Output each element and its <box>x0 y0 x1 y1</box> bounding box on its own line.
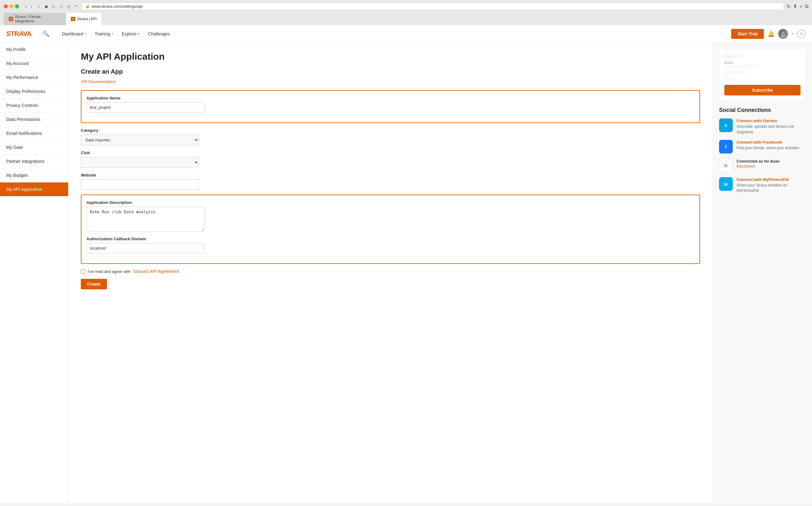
browser-icons: ☆ ◼ ▷ ⬡ ◎ 〜 <box>36 4 79 9</box>
club-label: Club <box>81 151 700 155</box>
api-doc-link[interactable]: API Documentation <box>81 79 116 84</box>
extension-icon-5: 〜 <box>73 4 79 9</box>
browser-actions: ↻ ⬆ + ⧉ <box>787 3 808 9</box>
auth-callback-input[interactable] <box>86 243 205 253</box>
search-button[interactable]: 🔍 <box>42 29 51 38</box>
website-input[interactable] <box>81 179 199 190</box>
account-name-value: •••••••••••• <box>724 71 801 75</box>
social-item-facebook: f Connect with Facebook Find your friend… <box>719 140 806 154</box>
account-title: My••••••••• <box>724 54 801 59</box>
refresh-button[interactable]: ↻ <box>787 3 791 9</box>
extension-icon-3: ⬡ <box>59 4 64 9</box>
add-button[interactable]: + <box>797 29 806 38</box>
windows-button[interactable]: ⧉ <box>805 4 808 9</box>
account-card: My••••••••• Email •••••••••••••••••• •••… <box>719 49 806 101</box>
nav-right: Start Trial 🔔 ▾ + <box>731 29 806 39</box>
api-agreement-link[interactable]: Strava's API Agreement <box>133 269 179 274</box>
maximize-dot[interactable] <box>15 4 19 8</box>
sidebar-item-my-gear[interactable]: My Gear <box>0 141 68 155</box>
extension-icon-4: ◎ <box>66 4 72 9</box>
sidebar-item-data-permissions[interactable]: Data Permissions <box>0 112 68 126</box>
svg-point-0 <box>782 32 784 34</box>
chevron-down-icon: ▾ <box>138 32 139 35</box>
strava-favicon-1: S <box>9 17 13 21</box>
club-group: Club <box>81 151 700 168</box>
app-description-label: Application Description <box>86 200 695 205</box>
nav-explore-label: Explore <box>122 31 137 36</box>
google-disconnect-link[interactable]: Disconnect <box>736 164 806 168</box>
google-info: Connected as fei duan Disconnect <box>736 159 806 168</box>
auth-callback-group: Authorization Callback Domain <box>86 237 695 253</box>
category-select[interactable]: Data Importer Coaching Race Organization… <box>81 135 199 146</box>
start-trial-button[interactable]: Start Trial <box>731 29 764 39</box>
facebook-icon: f <box>719 140 733 154</box>
section-title: Create an App <box>81 68 700 75</box>
social-item-google: G Connected as fei duan Disconnect <box>719 159 806 172</box>
facebook-info: Connect with Facebook Find your friends,… <box>736 140 806 151</box>
extension-icon-1: ◼ <box>44 4 49 9</box>
bookmark-icon: ☆ <box>36 4 42 9</box>
subscribe-button[interactable]: Subscribe <box>724 85 801 95</box>
avatar-chevron-icon: ▾ <box>792 32 793 35</box>
svg-text:G: G <box>724 123 727 128</box>
sidebar-item-my-performance[interactable]: My Performance <box>0 71 68 85</box>
app: STRAVA 🔍 Dashboard ▾ Training ▾ Explore … <box>0 25 812 503</box>
account-name-field: •••••••••••• <box>724 71 801 75</box>
social-item-garmin: G Connect with Garmin Automatic uploads … <box>719 118 806 135</box>
garmin-connect-link[interactable]: Connect with Garmin <box>736 118 806 123</box>
app-name-label: Application Name <box>86 96 695 100</box>
sidebar-item-my-profile[interactable]: My Profile <box>0 43 68 57</box>
avatar[interactable] <box>778 29 788 39</box>
sidebar-item-my-badges[interactable]: My Badges <box>0 168 68 182</box>
account-tier-field: Fre•• <box>724 77 801 81</box>
minimize-dot[interactable] <box>9 4 13 8</box>
share-button[interactable]: ⬆ <box>793 3 797 9</box>
address-bar[interactable]: 🔒 www.strava.com/settings/api <box>81 2 784 10</box>
create-button[interactable]: Create <box>81 279 107 289</box>
sidebar-item-display-preferences[interactable]: Display Preferences <box>0 85 68 98</box>
myfitnesspal-connect-link[interactable]: Connect with MyFitnessPal <box>736 177 806 182</box>
strava-logo: STRAVA <box>6 30 31 38</box>
close-dot[interactable] <box>4 4 8 8</box>
browser-toolbar: ‹ › ☆ ◼ ▷ ⬡ ◎ 〜 🔒 www.strava.com/setting… <box>4 2 808 10</box>
account-email-field: Email •••••••••••••••••• <box>724 61 801 69</box>
sidebar-item-privacy-controls[interactable]: Privacy Controls <box>0 98 68 112</box>
nav-explore[interactable]: Explore ▾ <box>118 29 143 39</box>
browser-tabs: S Strava | Partner Integrations S Strava… <box>4 13 808 25</box>
nav-items: Dashboard ▾ Training ▾ Explore ▾ Challen… <box>58 29 724 39</box>
forward-button[interactable]: › <box>29 3 33 10</box>
nav-dashboard[interactable]: Dashboard ▾ <box>58 29 90 39</box>
browser-tab-2[interactable]: S Strava | API <box>66 13 102 25</box>
auth-callback-label: Authorization Callback Domain <box>86 237 695 241</box>
garmin-icon: G <box>719 118 733 132</box>
sidebar-item-my-account[interactable]: My Account <box>0 57 68 71</box>
garmin-desc: Automatic uploads and Strava Live Segmen… <box>736 124 794 134</box>
myfitnesspal-desc: Share your Strava activities on MyFitnes… <box>736 183 787 193</box>
back-button[interactable]: ‹ <box>24 3 28 10</box>
nav-challenges-label: Challenges <box>148 31 170 36</box>
svg-text:f: f <box>725 144 727 150</box>
sidebar-item-my-api-application[interactable]: My API Application <box>0 182 68 196</box>
notifications-button[interactable]: 🔔 <box>767 30 775 37</box>
nav-challenges[interactable]: Challenges <box>144 29 173 39</box>
tab-label-1: Strava | Partner Integrations <box>15 15 61 23</box>
club-select[interactable] <box>81 157 199 168</box>
new-tab-button[interactable]: + <box>800 4 802 9</box>
nav-training[interactable]: Training ▾ <box>91 29 117 39</box>
agreement-checkbox[interactable] <box>81 269 85 273</box>
app-name-input[interactable] <box>86 102 205 112</box>
account-tier-value: Fre•• <box>724 77 801 81</box>
user-icon <box>780 31 786 37</box>
social-connections-title: Social Connections <box>719 107 806 113</box>
myfitnesspal-icon: M <box>719 177 733 191</box>
browser-tab-1[interactable]: S Strava | Partner Integrations <box>4 13 66 25</box>
top-nav: STRAVA 🔍 Dashboard ▾ Training ▾ Explore … <box>0 25 812 43</box>
facebook-connect-link[interactable]: Connect with Facebook <box>736 140 806 145</box>
app-description-textarea[interactable]: Nike Run club Data Analysis <box>86 207 205 232</box>
account-email-value: •••••••••••••••••• <box>724 64 801 69</box>
sidebar-item-email-notifications[interactable]: Email Notifications <box>0 126 68 141</box>
sidebar-item-partner-integrations[interactable]: Partner Integrations <box>0 155 68 168</box>
account-email-label: Email <box>724 61 801 64</box>
google-connected-as: Connected as fei duan <box>736 159 780 164</box>
main-content: My API Application Create an App API Doc… <box>68 43 713 503</box>
